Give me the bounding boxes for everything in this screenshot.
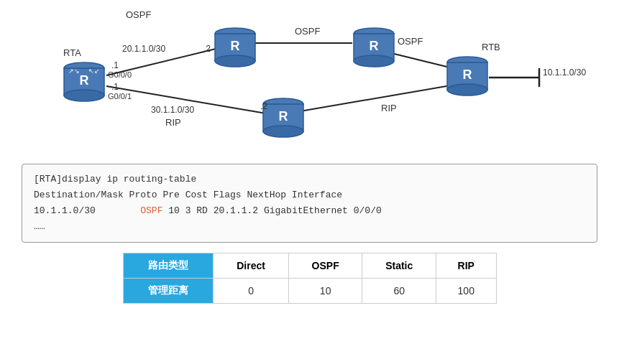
route-table: 路由类型 Direct OSPF Static RIP 管理距离 0 10 60… bbox=[123, 253, 497, 304]
svg-text:↗↘: ↗↘ bbox=[68, 67, 80, 75]
svg-text:RTB: RTB bbox=[482, 42, 500, 52]
svg-point-19 bbox=[354, 55, 394, 67]
network-diagram: R ↗↘ ↖↙ R R R bbox=[0, 0, 619, 158]
svg-text:OSPF: OSPF bbox=[126, 9, 151, 20]
svg-text:R: R bbox=[463, 67, 472, 82]
table-header-type: 路由类型 bbox=[123, 253, 214, 279]
svg-text:.1: .1 bbox=[111, 60, 119, 70]
svg-text:RTA: RTA bbox=[63, 47, 81, 58]
terminal-line-4: …… bbox=[34, 219, 585, 235]
svg-point-23 bbox=[447, 84, 487, 95]
svg-text:10.1.1.0/30: 10.1.1.0/30 bbox=[543, 67, 586, 78]
svg-point-15 bbox=[215, 55, 255, 67]
svg-text:G0/0/0: G0/0/0 bbox=[108, 70, 132, 79]
svg-text:OSPF: OSPF bbox=[295, 26, 320, 37]
svg-text:R: R bbox=[231, 39, 240, 53]
svg-text:20.1.1.0/30: 20.1.1.0/30 bbox=[122, 44, 165, 54]
terminal-dest: 10.1.1.0/30 bbox=[34, 205, 96, 216]
svg-text:.2: .2 bbox=[203, 44, 211, 54]
svg-text:.2: .2 bbox=[260, 101, 267, 111]
svg-text:R: R bbox=[80, 73, 89, 88]
table-cell-direct-val: 0 bbox=[214, 279, 289, 304]
svg-text:RIP: RIP bbox=[165, 117, 181, 128]
table-cell-distance-label: 管理距离 bbox=[123, 279, 214, 304]
terminal-line-1: [RTA]display ip routing-table bbox=[34, 172, 585, 187]
svg-text:.1: .1 bbox=[111, 82, 119, 92]
table-cell-ospf-val: 10 bbox=[288, 279, 362, 304]
terminal-block: [RTA]display ip routing-table Destinatio… bbox=[22, 164, 597, 243]
svg-text:G0/0/1: G0/0/1 bbox=[108, 92, 132, 101]
svg-text:RIP: RIP bbox=[381, 103, 397, 113]
table-header-static: Static bbox=[362, 253, 436, 279]
table-header-rip: RIP bbox=[436, 253, 496, 279]
svg-line-4 bbox=[288, 83, 467, 113]
svg-text:R: R bbox=[279, 109, 288, 123]
terminal-line-3: 10.1.1.0/30 OSPF 10 3 RD 20.1.1.2 Gigabi… bbox=[34, 203, 585, 219]
svg-text:↖↙: ↖↙ bbox=[88, 67, 100, 75]
terminal-proto: OSPF bbox=[140, 205, 162, 216]
svg-text:R: R bbox=[370, 39, 379, 53]
svg-text:30.1.1.0/30: 30.1.1.0/30 bbox=[151, 105, 194, 115]
table-cell-static-val: 60 bbox=[362, 279, 436, 304]
table-cell-rip-val: 100 bbox=[436, 279, 496, 304]
svg-text:OSPF: OSPF bbox=[398, 36, 423, 47]
svg-point-9 bbox=[64, 90, 104, 101]
terminal-line-2: Destination/Mask Proto Pre Cost Flags Ne… bbox=[34, 187, 585, 203]
svg-point-27 bbox=[263, 126, 303, 137]
terminal-rest: 10 3 RD 20.1.1.2 GigabitEthernet 0/0/0 bbox=[168, 205, 381, 216]
table-header-direct: Direct bbox=[214, 253, 289, 279]
table-header-ospf: OSPF bbox=[288, 253, 362, 279]
